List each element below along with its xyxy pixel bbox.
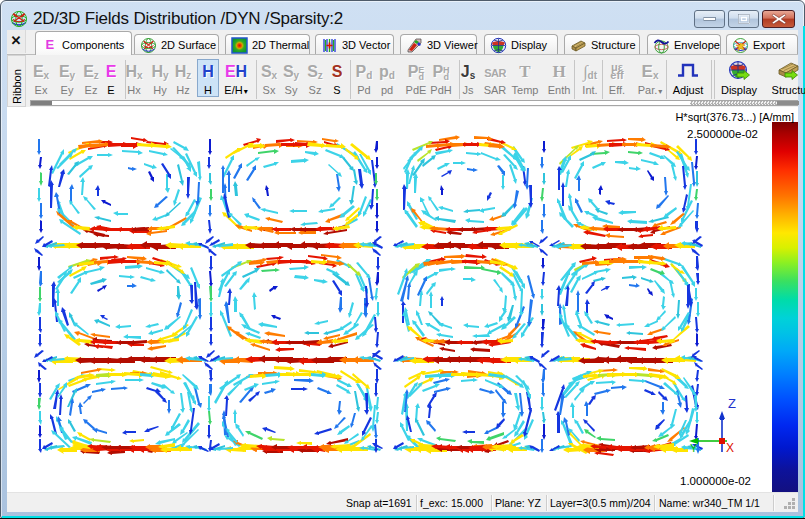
svg-text:E: E (46, 37, 55, 52)
svg-text:X: X (726, 441, 734, 455)
svg-text:Y: Y (690, 442, 698, 454)
svg-text:Z: Z (728, 396, 736, 411)
